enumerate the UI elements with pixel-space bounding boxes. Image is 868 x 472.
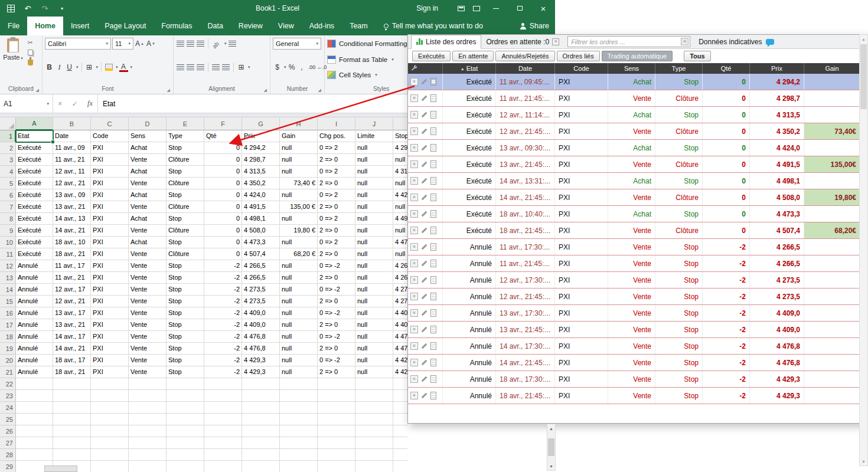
cell-E2[interactable]: Stop <box>167 142 204 154</box>
share-button[interactable]: Share <box>520 17 549 35</box>
ribbon-tab-formulas[interactable]: Formulas <box>154 17 200 35</box>
order-row[interactable]: ×Exécuté13 avr., 09:30:...PXIAchatStop04… <box>408 140 867 156</box>
font-size-select[interactable]: 11▾ <box>112 38 133 50</box>
cell-C27[interactable] <box>91 437 129 449</box>
cell-J14[interactable]: null <box>355 284 393 296</box>
row-header-21[interactable]: 21 <box>0 366 16 378</box>
tab-ordres-en-attente[interactable]: Ordres en attente :0 × <box>481 35 564 49</box>
cell-D20[interactable]: Vente <box>129 355 167 366</box>
cell-A4[interactable]: Exécuté <box>16 166 53 178</box>
cell-G17[interactable]: 4 409,0 <box>242 319 280 331</box>
cell-F8[interactable]: 0 <box>204 213 242 225</box>
cell-B13[interactable]: 11 avr., 21 <box>53 272 91 284</box>
cell-H12[interactable]: null <box>280 260 318 272</box>
enter-entry-icon[interactable]: ✓ <box>72 100 78 108</box>
tell-me-box[interactable]: Tell me what you want to do <box>384 17 483 35</box>
cell-E18[interactable]: Stop <box>167 331 204 343</box>
cell-B8[interactable]: 14 avr., 13 <box>53 213 91 225</box>
comma-style-icon[interactable]: , <box>298 62 306 73</box>
cell-C17[interactable]: PXI <box>91 319 129 331</box>
window-restore-options-icon[interactable] <box>469 0 484 17</box>
cell-C12[interactable]: PXI <box>91 260 129 272</box>
cell-I29[interactable] <box>318 461 355 472</box>
cell-J16[interactable]: null <box>355 307 393 319</box>
cell-E22[interactable] <box>167 378 204 390</box>
edit-order-icon[interactable] <box>422 112 428 118</box>
cell-A14[interactable]: Annulé <box>16 284 53 296</box>
cell-G2[interactable]: 4 294,2 <box>242 142 280 154</box>
cell-D10[interactable]: Achat <box>129 237 167 248</box>
cell-D17[interactable]: Vente <box>129 319 167 331</box>
edit-order-icon[interactable] <box>422 277 428 283</box>
cell-C29[interactable] <box>91 461 129 472</box>
cell-I19[interactable]: 2 => 0 <box>318 343 355 355</box>
excel-vertical-scrollbar[interactable]: ▲ ▼ <box>547 424 556 471</box>
cell-G29[interactable] <box>242 461 280 472</box>
cell-E20[interactable]: Stop <box>167 355 204 366</box>
cell-J3[interactable]: null <box>355 154 393 166</box>
cell-J1[interactable]: Limite <box>355 130 393 142</box>
cell-B1[interactable]: Date <box>53 130 91 142</box>
order-details-icon[interactable] <box>430 375 436 383</box>
cancel-order-icon[interactable]: × <box>410 375 418 383</box>
cell-A28[interactable] <box>16 449 53 461</box>
row-header-10[interactable]: 10 <box>0 237 16 248</box>
cell-E9[interactable]: Clôture <box>167 225 204 237</box>
clipboard-dialog-launcher-icon[interactable]: ◢ <box>36 88 39 92</box>
column-header-I[interactable]: I <box>318 117 355 130</box>
row-header-29[interactable]: 29 <box>0 461 16 472</box>
cell-A18[interactable]: Annulé <box>16 331 53 343</box>
cell-A24[interactable] <box>16 402 53 414</box>
cell-D25[interactable] <box>129 414 167 425</box>
cell-G12[interactable]: 4 266,5 <box>242 260 280 272</box>
edit-order-icon[interactable] <box>422 360 428 366</box>
cell-E5[interactable]: Clôture <box>167 178 204 189</box>
cell-G21[interactable]: 4 429,3 <box>242 366 280 378</box>
cell-A11[interactable]: Exécuté <box>16 248 53 260</box>
cell-I12[interactable]: 0 => -2 <box>318 260 355 272</box>
cell-E17[interactable]: Stop <box>167 319 204 331</box>
cell-H27[interactable] <box>280 437 318 449</box>
cell-H22[interactable] <box>280 378 318 390</box>
cell-E19[interactable]: Stop <box>167 343 204 355</box>
cell-J7[interactable]: null <box>355 201 393 213</box>
cell-I5[interactable]: 2 => 0 <box>318 178 355 189</box>
cell-A6[interactable]: Exécuté <box>16 189 53 201</box>
cell-A9[interactable]: Exécuté <box>16 225 53 237</box>
cell-B16[interactable]: 13 avr., 17 <box>53 307 91 319</box>
cell-B28[interactable] <box>53 449 91 461</box>
order-row[interactable]: ×Annulé18 avr., 21:45:...PXIVenteStop-24… <box>408 388 867 404</box>
order-details-icon[interactable] <box>430 78 436 86</box>
cell-C3[interactable]: PXI <box>91 154 129 166</box>
sheet-tabs-stub[interactable] <box>44 466 77 472</box>
cancel-order-icon[interactable]: × <box>410 227 418 234</box>
cell-I13[interactable]: 2 => 0 <box>318 272 355 284</box>
cell-I22[interactable] <box>318 378 355 390</box>
bottom-align-icon[interactable] <box>196 38 205 49</box>
cell-E4[interactable]: Stop <box>167 166 204 178</box>
cell-F17[interactable]: -2 <box>204 319 242 331</box>
cell-A26[interactable] <box>16 425 53 437</box>
row-header-27[interactable]: 27 <box>0 437 16 449</box>
cell-J20[interactable]: null <box>355 355 393 366</box>
cell-E10[interactable]: Stop <box>167 237 204 248</box>
decrease-font-size-icon[interactable]: A▼ <box>146 38 156 49</box>
edit-order-icon[interactable] <box>422 393 428 399</box>
cell-E14[interactable]: Stop <box>167 284 204 296</box>
cell-I9[interactable]: 2 => 0 <box>318 225 355 237</box>
cell-J23[interactable] <box>355 390 393 402</box>
cell-D1[interactable]: Sens <box>129 130 167 142</box>
row-header-14[interactable]: 14 <box>0 284 16 296</box>
order-col-header-code[interactable]: Code <box>554 63 608 74</box>
cancel-order-icon[interactable]: × <box>410 94 418 102</box>
order-details-icon[interactable] <box>430 94 436 102</box>
cell-F28[interactable] <box>204 449 242 461</box>
row-header-17[interactable]: 17 <box>0 319 16 331</box>
cell-C7[interactable]: PXI <box>91 201 129 213</box>
ribbon-tab-insert[interactable]: Insert <box>63 17 97 35</box>
cell-H17[interactable]: null <box>280 319 318 331</box>
accounting-format-icon[interactable]: $ <box>273 62 282 73</box>
middle-align-icon[interactable] <box>186 38 195 49</box>
ribbon-display-options-icon[interactable] <box>453 0 469 17</box>
row-header-22[interactable]: 22 <box>0 378 16 390</box>
